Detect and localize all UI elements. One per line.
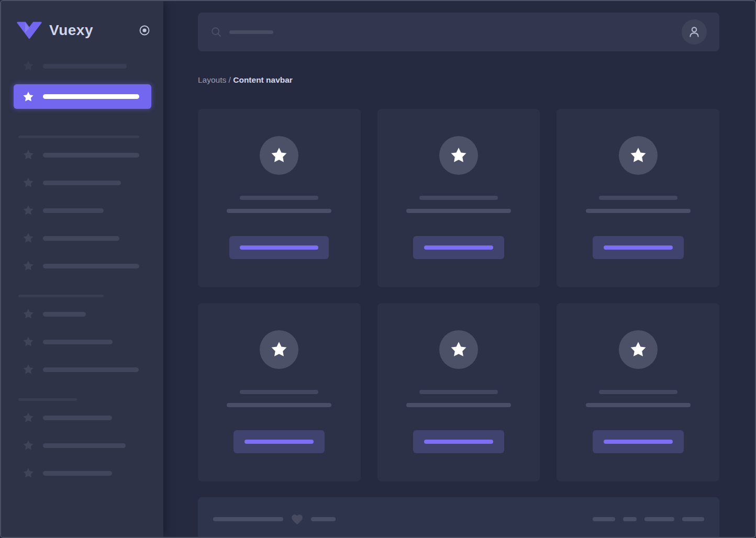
card-title-bar	[599, 196, 677, 200]
sidebar-section-header	[18, 295, 163, 297]
sidebar-item[interactable]	[9, 332, 151, 351]
card-avatar-circle	[439, 136, 478, 175]
card-action-button[interactable]	[234, 430, 325, 453]
sidebar-item[interactable]	[9, 360, 151, 379]
skeleton-bar	[593, 517, 615, 521]
sidebar-item[interactable]	[9, 229, 151, 248]
star-icon	[22, 232, 35, 244]
sidebar-item[interactable]	[9, 173, 151, 192]
card-subtitle-bar	[586, 403, 691, 407]
skeleton-bar	[43, 471, 112, 476]
skeleton-bar	[43, 416, 112, 420]
star-icon	[449, 340, 468, 359]
sidebar-item[interactable]	[9, 256, 151, 275]
brand-title: Vuexy	[49, 22, 93, 39]
vuexy-logo-icon[interactable]	[17, 21, 42, 39]
card-subtitle-bar	[227, 209, 331, 213]
skeleton-bar	[682, 517, 704, 521]
feature-card	[557, 109, 719, 287]
footer	[198, 497, 719, 538]
card-action-button[interactable]	[229, 236, 329, 259]
skeleton-bar	[43, 340, 113, 344]
footer-right	[593, 517, 704, 521]
sidebar: Vuexy	[1, 1, 163, 537]
top-navbar	[198, 13, 719, 51]
breadcrumb: Layouts / Content navbar	[198, 75, 719, 86]
card-title-bar	[240, 390, 318, 394]
feature-card	[557, 303, 719, 481]
person-icon	[687, 25, 702, 39]
skeleton-bar	[43, 64, 127, 69]
footer-left	[213, 513, 336, 526]
card-action-button[interactable]	[593, 430, 684, 453]
star-icon	[22, 149, 35, 161]
button-label-bar	[604, 245, 673, 250]
card-avatar-circle	[619, 330, 658, 369]
card-action-button[interactable]	[413, 236, 504, 259]
skeleton-bar	[43, 264, 139, 268]
sidebar-item[interactable]	[9, 201, 151, 220]
star-icon	[270, 340, 288, 359]
feature-card	[198, 109, 361, 287]
card-avatar-circle	[260, 136, 298, 175]
breadcrumb-separator: /	[226, 75, 233, 84]
skeleton-bar	[18, 295, 104, 297]
skeleton-bar	[18, 398, 77, 401]
skeleton-bar	[311, 517, 336, 521]
heart-icon	[291, 513, 304, 526]
skeleton-bar	[18, 136, 139, 138]
button-label-bar	[244, 440, 314, 444]
card-subtitle-bar	[586, 209, 691, 213]
card-avatar-circle	[439, 330, 478, 369]
skeleton-bar	[623, 517, 637, 521]
skeleton-bar	[43, 94, 139, 99]
sidebar-menu	[1, 44, 163, 483]
sidebar-item[interactable]	[9, 305, 151, 323]
star-icon	[22, 439, 35, 452]
feature-card	[377, 109, 540, 287]
card-title-bar	[599, 390, 677, 394]
card-avatar-circle	[619, 136, 658, 175]
breadcrumb-section: Layouts	[198, 75, 226, 84]
sidebar-item[interactable]	[9, 408, 151, 427]
breadcrumb-current: Content navbar	[233, 75, 293, 84]
user-avatar[interactable]	[682, 19, 707, 44]
skeleton-bar	[43, 181, 121, 185]
logo-row: Vuexy	[1, 1, 163, 44]
star-icon	[22, 363, 35, 376]
main-content: Layouts / Content navbar	[163, 13, 755, 538]
button-label-bar	[240, 245, 318, 250]
star-icon	[22, 204, 35, 217]
search-placeholder-bar	[229, 30, 273, 34]
button-label-bar	[424, 440, 493, 444]
card-action-button[interactable]	[593, 236, 684, 259]
sidebar-pin-toggle-icon[interactable]	[138, 24, 151, 37]
feature-card	[377, 303, 540, 481]
star-icon	[22, 91, 35, 103]
sidebar-section-header	[18, 398, 163, 401]
skeleton-bar	[43, 208, 104, 213]
search-input[interactable]	[210, 26, 273, 38]
star-icon	[449, 146, 468, 165]
card-title-bar	[419, 196, 498, 200]
star-icon	[22, 260, 35, 272]
search-icon	[210, 26, 222, 38]
card-action-button[interactable]	[413, 430, 504, 453]
sidebar-item-active[interactable]	[14, 84, 151, 109]
skeleton-bar	[43, 443, 126, 448]
button-label-bar	[604, 440, 673, 444]
star-icon	[22, 467, 35, 479]
star-icon	[22, 335, 35, 348]
sidebar-item[interactable]	[9, 464, 151, 483]
sidebar-item[interactable]	[9, 145, 151, 164]
skeleton-bar	[43, 153, 139, 158]
star-icon	[22, 60, 35, 72]
skeleton-bar	[43, 236, 119, 241]
card-title-bar	[240, 196, 318, 200]
sidebar-item[interactable]	[9, 436, 151, 455]
skeleton-bar	[43, 312, 86, 317]
sidebar-item[interactable]	[9, 57, 151, 75]
star-icon	[22, 308, 35, 320]
sidebar-section-header	[18, 136, 163, 138]
star-icon	[629, 146, 648, 165]
